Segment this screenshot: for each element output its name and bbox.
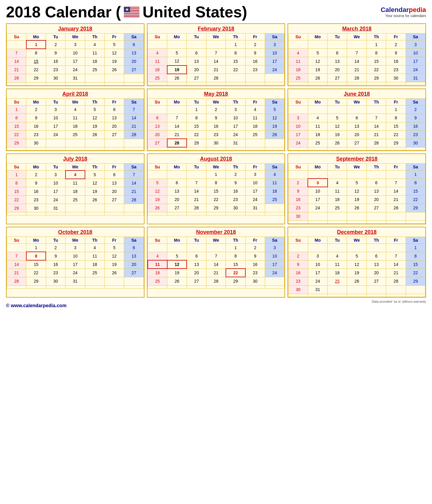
day-cell-8[interactable]: 8: [386, 114, 406, 122]
day-cell-20[interactable]: 20: [124, 260, 144, 269]
day-cell-31[interactable]: 31: [406, 74, 425, 82]
day-cell-27[interactable]: 27: [124, 66, 144, 74]
day-cell-28[interactable]: 28: [386, 277, 406, 285]
day-cell-5[interactable]: 5: [167, 252, 187, 260]
day-cell-9[interactable]: 9: [245, 252, 265, 260]
day-cell-12[interactable]: 12: [85, 114, 104, 122]
day-cell-4[interactable]: 4: [265, 170, 284, 179]
day-cell-19[interactable]: 19: [147, 195, 167, 204]
day-cell-31[interactable]: 31: [308, 285, 327, 294]
day-cell-17[interactable]: 17: [46, 122, 65, 130]
day-cell-25[interactable]: 25: [147, 74, 167, 82]
day-cell-4[interactable]: 4: [245, 105, 265, 114]
day-cell-17[interactable]: 17: [308, 195, 327, 204]
day-cell-23[interactable]: 23: [406, 130, 425, 139]
day-cell-9[interactable]: 9: [245, 49, 265, 57]
day-cell-18[interactable]: 18: [66, 122, 85, 130]
day-cell-14[interactable]: 14: [187, 187, 206, 195]
day-cell-19[interactable]: 19: [104, 260, 124, 269]
day-cell-6[interactable]: 6: [366, 179, 386, 187]
day-cell-13[interactable]: 13: [187, 57, 206, 66]
day-cell-18[interactable]: 18: [308, 130, 327, 139]
day-cell-13[interactable]: 13: [147, 122, 167, 130]
day-cell-4[interactable]: 4: [328, 252, 347, 260]
day-cell-13[interactable]: 13: [124, 252, 144, 260]
day-cell-21[interactable]: 21: [187, 195, 206, 204]
day-cell-2[interactable]: 2: [406, 105, 425, 114]
day-cell-5[interactable]: 5: [308, 49, 327, 57]
day-cell-22[interactable]: 22: [226, 66, 245, 74]
day-cell-31[interactable]: 31: [66, 74, 85, 82]
day-cell-25[interactable]: 25: [288, 74, 308, 82]
day-cell-29[interactable]: 29: [366, 74, 386, 82]
day-cell-2[interactable]: 2: [386, 40, 406, 49]
day-cell-14[interactable]: 14: [167, 122, 187, 130]
day-cell-24[interactable]: 24: [265, 66, 284, 74]
day-cell-17[interactable]: 17: [46, 187, 65, 196]
day-cell-14[interactable]: 14: [206, 260, 226, 269]
day-cell-26[interactable]: 26: [167, 74, 187, 82]
day-cell-5[interactable]: 5: [167, 49, 187, 57]
day-cell-11[interactable]: 11: [85, 49, 104, 57]
day-cell-10[interactable]: 10: [66, 49, 85, 57]
day-cell-3[interactable]: 3: [245, 170, 265, 179]
day-cell-14[interactable]: 14: [386, 260, 406, 269]
day-cell-22[interactable]: 22: [26, 66, 46, 74]
day-cell-27[interactable]: 27: [187, 74, 206, 82]
day-cell-21[interactable]: 21: [206, 66, 226, 74]
day-cell-15[interactable]: 15: [206, 187, 226, 195]
day-cell-22[interactable]: 22: [406, 269, 425, 277]
day-cell-29[interactable]: 29: [386, 139, 406, 147]
day-cell-8[interactable]: 8: [26, 49, 46, 57]
day-cell-1[interactable]: 1: [406, 243, 425, 252]
day-cell-20[interactable]: 20: [104, 122, 124, 130]
day-cell-13[interactable]: 13: [366, 260, 386, 269]
day-cell-28[interactable]: 28: [124, 196, 144, 204]
day-cell-2[interactable]: 2: [26, 105, 46, 114]
day-cell-4[interactable]: 4: [328, 179, 347, 187]
day-cell-5[interactable]: 5: [85, 105, 104, 114]
day-cell-11[interactable]: 11: [308, 122, 327, 130]
day-cell-26[interactable]: 26: [308, 74, 327, 82]
day-cell-5[interactable]: 5: [85, 170, 104, 179]
day-cell-17[interactable]: 17: [406, 57, 425, 66]
day-cell-25[interactable]: 25: [66, 196, 85, 204]
day-cell-10[interactable]: 10: [265, 252, 284, 260]
day-cell-10[interactable]: 10: [245, 179, 265, 187]
day-cell-23[interactable]: 23: [288, 277, 308, 285]
day-cell-2[interactable]: 2: [245, 243, 265, 252]
day-cell-20[interactable]: 20: [366, 269, 386, 277]
day-cell-3[interactable]: 3: [308, 252, 327, 260]
day-cell-14[interactable]: 14: [366, 122, 386, 130]
day-cell-18[interactable]: 18: [328, 269, 347, 277]
day-cell-23[interactable]: 23: [288, 204, 308, 212]
day-cell-19[interactable]: 19: [85, 187, 104, 196]
day-cell-21[interactable]: 21: [366, 130, 386, 139]
day-cell-7[interactable]: 7: [7, 49, 26, 57]
day-cell-17[interactable]: 17: [265, 260, 284, 269]
day-cell-13[interactable]: 13: [104, 114, 124, 122]
day-cell-24[interactable]: 24: [308, 277, 327, 285]
day-cell-2[interactable]: 2: [26, 170, 46, 179]
day-cell-31[interactable]: 31: [66, 277, 85, 285]
day-cell-1[interactable]: 1: [26, 243, 46, 252]
day-cell-6[interactable]: 6: [124, 40, 144, 49]
day-cell-22[interactable]: 22: [7, 196, 26, 204]
day-cell-24[interactable]: 24: [308, 204, 327, 212]
day-cell-16[interactable]: 16: [406, 122, 425, 130]
day-cell-29[interactable]: 29: [187, 139, 206, 147]
day-cell-7[interactable]: 7: [167, 114, 187, 122]
day-cell-16[interactable]: 16: [288, 269, 308, 277]
day-cell-12[interactable]: 12: [308, 57, 327, 66]
day-cell-9[interactable]: 9: [46, 49, 65, 57]
day-cell-19[interactable]: 19: [167, 269, 187, 277]
day-cell-17[interactable]: 17: [66, 260, 85, 269]
day-cell-1[interactable]: 1: [386, 105, 406, 114]
day-cell-10[interactable]: 10: [66, 252, 85, 260]
day-cell-15[interactable]: 15: [386, 122, 406, 130]
day-cell-22[interactable]: 22: [7, 130, 26, 139]
day-cell-13[interactable]: 13: [347, 122, 366, 130]
day-cell-23[interactable]: 23: [206, 130, 226, 139]
day-cell-3[interactable]: 3: [265, 243, 284, 252]
day-cell-12[interactable]: 12: [347, 187, 366, 195]
